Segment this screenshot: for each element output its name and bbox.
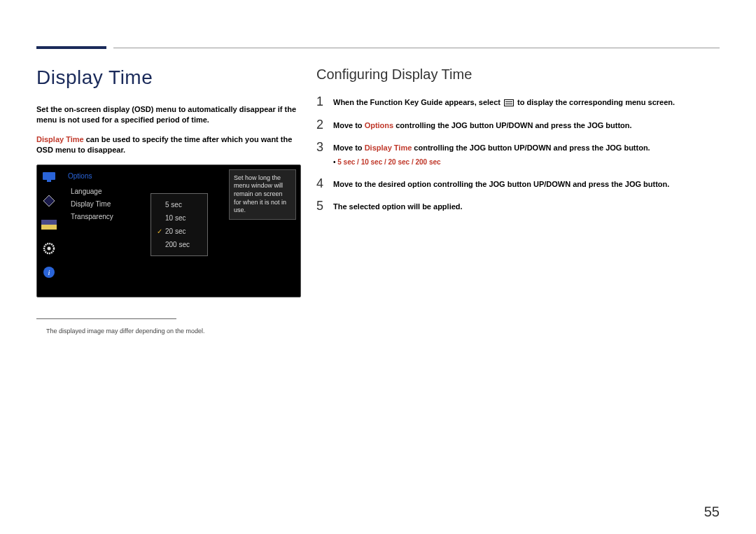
svg-text:i: i — [48, 268, 50, 276]
osd-icon-column: i — [37, 165, 61, 297]
top-rule — [113, 48, 720, 48]
band-icon — [41, 217, 57, 232]
osd-option-200sec: 200 sec — [157, 238, 202, 251]
adjust-icon — [41, 193, 57, 209]
step-number: 3 — [316, 141, 333, 153]
osd-option-20sec: 20 sec — [157, 225, 202, 238]
step-4-text: Move to the desired option controlling t… — [333, 177, 669, 190]
osd-option-10sec: 10 sec — [157, 211, 202, 225]
steps-list: 1 When the Function Key Guide appears, s… — [316, 95, 720, 213]
osd-option-5sec: 5 sec — [157, 198, 202, 211]
configure-heading: Configuring Display Time — [316, 66, 720, 83]
step-2-text: Move to Options controlling the JOG butt… — [333, 118, 632, 132]
step-5-text: The selected option will be applied. — [333, 199, 463, 213]
osd-dropdown: 5 sec 10 sec 20 sec 200 sec — [150, 193, 208, 256]
intro-paragraph-2: Display Time can be used to specify the … — [36, 134, 302, 156]
step-number: 5 — [316, 199, 333, 212]
svg-rect-3 — [41, 220, 57, 225]
svg-rect-0 — [43, 172, 55, 180]
step-1: 1 When the Function Key Guide appears, s… — [316, 95, 720, 108]
highlight-display-time: Display Time — [36, 135, 84, 143]
footnote-text: The displayed image may differ depending… — [46, 328, 302, 335]
step-number: 1 — [316, 95, 333, 108]
osd-panel: i Options Language Display Time Transpar… — [36, 164, 301, 297]
osd-tooltip: Set how long the menu window will remain… — [229, 169, 296, 220]
intro-paragraph-1: Set the on-screen display (OSD) menu to … — [36, 104, 302, 126]
osd-body: Options Language Display Time Transparen… — [61, 165, 300, 297]
left-column: Display Time Set the on-screen display (… — [36, 66, 302, 335]
right-column: Configuring Display Time 1 When the Func… — [316, 66, 720, 223]
monitor-icon — [41, 169, 57, 185]
step-2: 2 Move to Options controlling the JOG bu… — [316, 118, 720, 132]
svg-point-6 — [48, 246, 51, 250]
svg-marker-2 — [43, 195, 55, 206]
svg-rect-1 — [47, 180, 51, 182]
step-4: 4 Move to the desired option controlling… — [316, 177, 720, 190]
step-number: 2 — [316, 118, 333, 131]
step-3-options: • 5 sec / 10 sec / 20 sec / 200 sec — [333, 157, 650, 167]
section-heading: Display Time — [36, 66, 302, 89]
accent-bar — [36, 46, 106, 49]
info-icon: i — [41, 265, 57, 280]
page-number: 55 — [704, 504, 720, 520]
svg-rect-4 — [41, 225, 57, 230]
menu-icon — [504, 99, 514, 106]
step-5: 5 The selected option will be applied. — [316, 199, 720, 213]
footnote-rule — [36, 318, 176, 319]
step-3: 3 Move to Display Time controlling the J… — [316, 141, 720, 167]
step-1-text: When the Function Key Guide appears, sel… — [333, 95, 675, 108]
gear-icon — [41, 241, 57, 256]
step-number: 4 — [316, 177, 333, 190]
step-3-text: Move to Display Time controlling the JOG… — [333, 141, 650, 167]
